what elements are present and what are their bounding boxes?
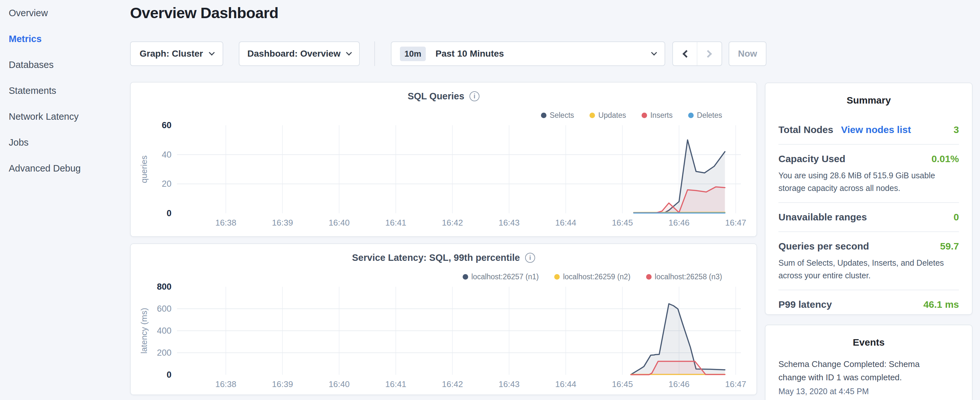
- events-title: Events: [778, 337, 959, 348]
- legend-label: localhost:26259 (n2): [563, 273, 630, 281]
- svg-text:16:39: 16:39: [272, 218, 293, 228]
- sidebar-item-databases[interactable]: Databases: [9, 57, 54, 72]
- sql-queries-chart-canvas[interactable]: 16:3816:3916:4016:4116:4216:4316:4416:45…: [131, 121, 756, 234]
- legend-item[interactable]: localhost:26258 (n3): [646, 273, 722, 281]
- sidebar-item-network-latency[interactable]: Network Latency: [9, 109, 79, 124]
- svg-text:16:47: 16:47: [725, 379, 746, 389]
- capacity-used-value: 0.01%: [931, 153, 959, 166]
- chart-title: Service Latency: SQL, 99th percentile: [352, 252, 520, 263]
- svg-text:16:45: 16:45: [612, 218, 633, 228]
- svg-text:400: 400: [157, 326, 172, 336]
- svg-text:16:42: 16:42: [442, 379, 463, 389]
- chevron-left-icon: [682, 50, 690, 57]
- svg-text:16:46: 16:46: [668, 218, 689, 228]
- p99-latency-label: P99 latency: [778, 298, 832, 311]
- sidebar-item-overview[interactable]: Overview: [9, 6, 48, 20]
- view-nodes-list-link[interactable]: View nodes list: [841, 123, 911, 136]
- unavailable-ranges-label: Unavailable ranges: [778, 211, 867, 224]
- capacity-used-description: You are using 28.6 MiB of 515.9 GiB usab…: [778, 169, 959, 194]
- legend-dot-icon: [463, 274, 468, 280]
- svg-text:16:43: 16:43: [499, 218, 520, 228]
- graph-dropdown-label: Graph: Cluster: [140, 49, 203, 59]
- time-range-picker[interactable]: 10m Past 10 Minutes: [391, 41, 665, 66]
- chart-title: SQL Queries: [408, 91, 464, 102]
- svg-text:200: 200: [157, 348, 172, 358]
- summary-row-p99: P99 latency 46.1 ms: [778, 298, 959, 311]
- legend-dot-icon: [554, 274, 560, 280]
- sidebar-item-jobs[interactable]: Jobs: [9, 135, 29, 150]
- event-message[interactable]: Schema Change Completed: Schema change w…: [778, 358, 923, 384]
- qps-value: 59.7: [940, 240, 959, 253]
- svg-text:16:45: 16:45: [612, 379, 633, 389]
- svg-text:16:46: 16:46: [668, 379, 689, 389]
- chevron-down-icon: [651, 49, 657, 55]
- chevron-down-icon: [209, 49, 215, 55]
- legend-label: Selects: [550, 111, 574, 120]
- legend-item[interactable]: Inserts: [641, 111, 673, 120]
- svg-text:0: 0: [167, 370, 172, 379]
- svg-text:60: 60: [162, 121, 172, 130]
- total-nodes-value: 3: [953, 123, 959, 136]
- summary-row-qps: Queries per second 59.7: [778, 240, 959, 253]
- legend-dot-icon: [641, 113, 647, 118]
- svg-text:16:43: 16:43: [499, 379, 520, 389]
- legend-label: Inserts: [650, 111, 673, 120]
- svg-text:16:39: 16:39: [272, 379, 293, 389]
- svg-text:latency (ms): latency (ms): [139, 308, 149, 354]
- legend-item[interactable]: localhost:26257 (n1): [463, 273, 539, 281]
- legend-dot-icon: [688, 113, 694, 118]
- legend-label: Deletes: [697, 111, 722, 120]
- qps-label: Queries per second: [778, 240, 869, 253]
- unavailable-ranges-value: 0: [953, 211, 959, 224]
- time-prev-button[interactable]: [672, 41, 698, 66]
- chart-legend: SelectsUpdatesInsertsDeletes: [541, 111, 722, 120]
- sidebar-item-advanced-debug[interactable]: Advanced Debug: [9, 161, 81, 175]
- svg-text:16:41: 16:41: [385, 379, 406, 389]
- capacity-used-label: Capacity Used: [778, 153, 845, 166]
- svg-text:600: 600: [157, 304, 172, 314]
- legend-item[interactable]: localhost:26259 (n2): [554, 273, 630, 281]
- svg-text:16:44: 16:44: [555, 379, 576, 389]
- events-panel: Events Schema Change Completed: Schema c…: [765, 325, 972, 400]
- legend-dot-icon: [590, 113, 595, 118]
- legend-item[interactable]: Selects: [541, 111, 574, 120]
- svg-text:queries: queries: [139, 155, 149, 183]
- summary-row-unavailable-ranges: Unavailable ranges 0: [778, 211, 959, 224]
- divider: [778, 231, 959, 232]
- service-latency-chart-canvas[interactable]: 16:3816:3916:4016:4116:4216:4316:4416:45…: [131, 282, 756, 396]
- legend-dot-icon: [541, 113, 546, 118]
- dashboard-dropdown[interactable]: Dashboard: Overview: [239, 41, 360, 66]
- svg-text:16:47: 16:47: [725, 218, 746, 228]
- chevron-right-icon: [704, 50, 712, 57]
- qps-description: Sum of Selects, Updates, Inserts, and De…: [778, 257, 959, 282]
- svg-text:16:40: 16:40: [329, 218, 350, 228]
- info-icon[interactable]: i: [469, 91, 479, 101]
- controls-divider: [374, 41, 375, 66]
- summary-row-capacity: Capacity Used 0.01%: [778, 153, 959, 166]
- time-next-button[interactable]: [697, 41, 722, 66]
- page-title: Overview Dashboard: [130, 4, 278, 22]
- svg-text:800: 800: [157, 282, 172, 292]
- p99-latency-value: 46.1 ms: [923, 298, 959, 311]
- legend-item[interactable]: Deletes: [688, 111, 722, 120]
- info-icon[interactable]: i: [525, 253, 535, 263]
- event-timestamp: May 13, 2020 at 4:45 PM: [778, 387, 959, 396]
- summary-row-total-nodes: Total Nodes View nodes list 3: [778, 123, 959, 136]
- sidebar-item-statements[interactable]: Statements: [9, 83, 56, 98]
- legend-item[interactable]: Updates: [590, 111, 626, 120]
- svg-text:16:42: 16:42: [442, 218, 463, 228]
- svg-text:16:40: 16:40: [329, 379, 350, 389]
- svg-text:16:38: 16:38: [215, 218, 236, 228]
- svg-text:16:38: 16:38: [215, 379, 236, 389]
- total-nodes-label: Total Nodes: [778, 123, 833, 136]
- sidebar-item-metrics[interactable]: Metrics: [9, 32, 42, 46]
- graph-dropdown[interactable]: Graph: Cluster: [130, 41, 223, 66]
- legend-label: localhost:26258 (n3): [655, 273, 722, 281]
- now-button[interactable]: Now: [729, 41, 767, 66]
- summary-panel: Summary Total Nodes View nodes list 3 Ca…: [765, 83, 972, 315]
- service-latency-chart-card: Service Latency: SQL, 99th percentile i …: [130, 243, 757, 395]
- legend-label: Updates: [598, 111, 626, 120]
- legend-label: localhost:26257 (n1): [471, 273, 539, 281]
- summary-title: Summary: [778, 95, 959, 106]
- divider: [778, 202, 959, 203]
